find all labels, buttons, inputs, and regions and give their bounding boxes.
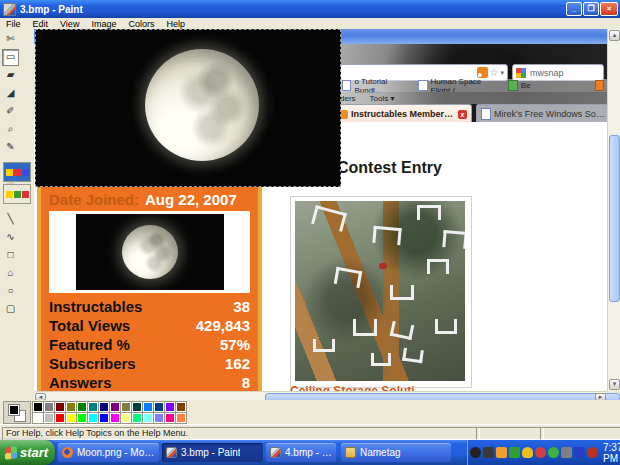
pick-color-tool[interactable]: ✐ <box>2 103 19 120</box>
palette-color[interactable] <box>121 413 131 423</box>
tray-icon[interactable] <box>496 447 507 458</box>
palette-color[interactable] <box>44 413 54 423</box>
palette-color[interactable] <box>33 413 43 423</box>
google-icon <box>516 68 526 78</box>
bookmark-icon <box>418 80 427 91</box>
task-label: 3.bmp - Paint <box>181 447 240 458</box>
eraser-tool[interactable]: ▰ <box>2 67 19 84</box>
palette-color[interactable] <box>77 402 87 412</box>
paint-canvas[interactable]: ☆ ▾ mwsnap o Tutorial Bundl... Human Spa… <box>34 29 607 391</box>
paint-title-bar[interactable]: 3.bmp - Paint _ ❐ × <box>0 0 620 18</box>
minimize-button[interactable]: _ <box>566 2 582 16</box>
stat-value: 38 <box>233 297 250 316</box>
task-3bmp-paint[interactable]: 3.bmp - Paint <box>162 443 263 462</box>
palette-color[interactable] <box>99 413 109 423</box>
restore-button[interactable]: ❐ <box>583 2 599 16</box>
palette-color[interactable] <box>143 413 153 423</box>
status-coordinates <box>476 427 544 440</box>
selection-opaque-option[interactable] <box>3 162 31 182</box>
tray-icon[interactable] <box>561 447 572 458</box>
foreground-color-swatch[interactable] <box>8 404 20 416</box>
palette-color[interactable] <box>121 402 131 412</box>
line-tool[interactable]: ╲ <box>2 211 19 228</box>
task-moon-firefox[interactable]: Moon.png - Mozilla Fir... <box>58 443 159 462</box>
tray-icon[interactable] <box>548 447 559 458</box>
scroll-up-icon[interactable]: ▲ <box>609 30 620 41</box>
rounded-rect-icon: ▢ <box>6 303 15 314</box>
menu-edit[interactable]: Edit <box>27 19 55 29</box>
tray-icon[interactable] <box>509 447 520 458</box>
tab-label: Mirek's Free Windows Software <box>494 109 607 119</box>
menu-help[interactable]: Help <box>160 19 191 29</box>
option-chip <box>6 191 13 198</box>
palette-color[interactable] <box>55 402 65 412</box>
palette-color[interactable] <box>99 402 109 412</box>
eyedropper-icon: ✐ <box>6 105 14 116</box>
option-chip <box>6 169 13 176</box>
tab-label: Instructables Member: depotde... <box>351 109 455 119</box>
scroll-down-icon[interactable]: ▼ <box>609 379 620 390</box>
menu-file[interactable]: File <box>0 19 27 29</box>
rectangle-tool[interactable]: □ <box>2 247 19 264</box>
palette-color[interactable] <box>44 402 54 412</box>
palette-color[interactable] <box>132 402 142 412</box>
select-tool[interactable]: ▭ <box>2 49 19 66</box>
palette-color[interactable] <box>154 402 164 412</box>
desktop: 3.bmp - Paint _ ❐ × File Edit View Image… <box>0 0 620 465</box>
tool-box: ✄ ▭ ▰ ◢ ✐ ⌕ ✎ ✒ ░ A ╲ ∿ □ ⌂ ○ ▢ <box>0 29 34 400</box>
status-size <box>540 427 620 440</box>
palette-color[interactable] <box>88 402 98 412</box>
tray-icon[interactable] <box>522 447 533 458</box>
task-label: Nametag <box>360 447 401 458</box>
magnifier-tool[interactable]: ⌕ <box>2 121 19 138</box>
tray-icon[interactable] <box>587 447 598 458</box>
palette-color[interactable] <box>77 413 87 423</box>
fill-tool[interactable]: ◢ <box>2 85 19 102</box>
palette-color[interactable] <box>176 402 186 412</box>
polygon-tool[interactable]: ⌂ <box>2 265 19 282</box>
free-form-select-tool[interactable]: ✄ <box>2 31 19 48</box>
tray-icon[interactable] <box>470 447 481 458</box>
stat-row: Featured %57% <box>49 335 250 354</box>
tray-icon[interactable] <box>483 447 494 458</box>
palette-color[interactable] <box>33 402 43 412</box>
palette-color[interactable] <box>176 413 186 423</box>
task-nametag-folder[interactable]: Nametag <box>341 443 451 462</box>
pencil-tool[interactable]: ✎ <box>2 139 19 156</box>
ellipse-tool[interactable]: ○ <box>2 283 19 300</box>
option-chip <box>14 191 21 198</box>
moon-image-selection[interactable] <box>35 29 341 187</box>
foreground-background-swatch[interactable] <box>3 401 31 424</box>
menu-view[interactable]: View <box>54 19 85 29</box>
start-button[interactable]: start <box>0 440 55 465</box>
option-chip <box>14 169 21 176</box>
palette-color[interactable] <box>165 402 175 412</box>
palette-color[interactable] <box>55 413 65 423</box>
contest-entry-heading: Contest Entry <box>337 159 442 177</box>
task-4bmp-paint[interactable]: 4.bmp - Paint <box>266 443 336 462</box>
palette-color[interactable] <box>132 413 142 423</box>
vertical-scroll-thumb[interactable] <box>609 135 620 302</box>
menu-colors[interactable]: Colors <box>122 19 160 29</box>
palette-color[interactable] <box>66 402 76 412</box>
tray-icon[interactable] <box>535 447 546 458</box>
palette-color[interactable] <box>165 413 175 423</box>
rounded-rectangle-tool[interactable]: ▢ <box>2 301 19 318</box>
selection-transparent-option[interactable] <box>3 184 31 204</box>
status-message: For Help, click Help Topics on the Help … <box>2 427 480 440</box>
palette-color[interactable] <box>110 402 120 412</box>
palette-color[interactable] <box>66 413 76 423</box>
palette-color[interactable] <box>110 413 120 423</box>
tray-icon[interactable] <box>574 447 585 458</box>
captured-tab-bar: Instructables Member: depotde... x Mirek… <box>334 104 607 122</box>
eraser-icon: ▰ <box>7 69 15 80</box>
curve-tool[interactable]: ∿ <box>2 229 19 246</box>
close-button[interactable]: × <box>600 2 618 16</box>
menu-image[interactable]: Image <box>85 19 122 29</box>
palette-color[interactable] <box>143 402 153 412</box>
palette-color[interactable] <box>154 413 164 423</box>
stat-value: 429,843 <box>196 316 250 335</box>
vertical-scrollbar[interactable]: ▲ ▼ <box>607 29 620 391</box>
rectangle-icon: □ <box>7 249 13 260</box>
palette-color[interactable] <box>88 413 98 423</box>
